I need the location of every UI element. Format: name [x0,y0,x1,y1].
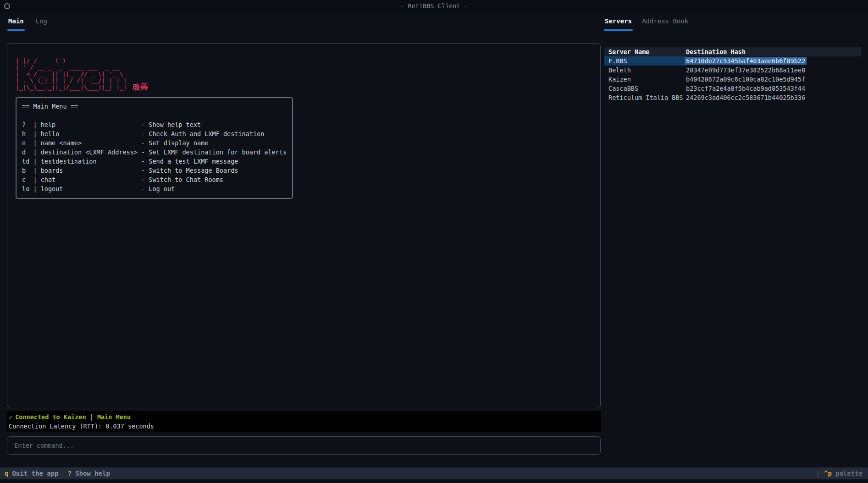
tab-address-book[interactable]: Address Book [641,12,689,33]
latency-text: Connection Latency (RTT): 0.037 seconds [9,422,599,431]
window-title: - RetiBBS Client - [0,2,868,10]
command-input[interactable] [7,436,601,455]
quit-key: q [5,470,8,477]
menu-item-description: Send a test LXMF message [149,157,238,166]
footer-shortcuts: q Quit the app ? Show help [5,470,110,477]
main-output-panel: _ __ _ | |/ / (_) | ' / __ _ _ ____ ___ … [7,43,601,408]
menu-item-key: lo [22,184,29,193]
menu-separator: | [33,138,37,148]
menu-separator: | [33,157,37,166]
menu-dash: - [141,120,145,129]
menu-item-description: Switch to Chat Rooms [149,175,223,184]
footer-bar: q Quit the app ? Show help | ^p palette [0,467,868,479]
server-name: CascaBBS [608,85,638,92]
main-tabs: Main Log [7,12,600,33]
menu-dash: - [141,129,145,138]
menu-item-key: n [22,138,29,148]
servers-panel: Server Name Destination Hash F.BBS 64710… [604,43,861,467]
menu-separator: | [33,120,37,129]
main-menu-title: == Main Menu == [22,102,287,111]
servers-table-header: Server Name Destination Hash [604,47,861,56]
menu-dash: - [141,166,145,175]
server-hash: 24269c3ad406cc2c583671b44025b336 [686,94,805,101]
menu-item-key: h [22,129,29,138]
menu-item-testdestination: td | testdestination - Send a test LXMF … [22,157,287,166]
server-tabs: Servers Address Book [604,12,861,33]
column-header-server-name: Server Name [604,47,686,56]
palette-key: ^p [824,470,832,477]
server-name: Beleth [608,66,631,74]
menu-item-command: logout [41,184,141,193]
connection-status-text: Connected to Kaizen | Main Menu [15,413,131,421]
menu-dash: - [141,148,145,157]
server-row-cascabbs[interactable]: CascaBBS b23ccf7a2e4a8f5b4cab9ad853543f4… [604,84,861,93]
check-icon: ✓ [9,413,12,421]
status-bar: ✓Connected to Kaizen | Main Menu Connect… [7,411,601,432]
server-hash: 64710de27c5345baf403aee6b6f89b22 [685,57,807,65]
server-hash: b23ccf7a2e4a8f5b4cab9ad853543f44 [686,85,805,92]
content-area: _ __ _ | |/ / (_) | ' / __ _ _ ____ ___ … [0,33,868,467]
main-menu-box: == Main Menu == ? | help - Show help tex… [16,97,293,199]
footer-palette-shortcut[interactable]: ^p palette [824,470,862,477]
footer-quit-shortcut[interactable]: q Quit the app [5,470,59,477]
kaizen-ascii-art: _ __ _ | |/ / (_) | ' / __ _ _ ____ ___ … [16,51,127,91]
server-name: F.BBS [608,57,627,65]
menu-item-help: ? | help - Show help text [22,120,287,129]
menu-item-command: boards [41,166,141,175]
palette-label: palette [835,470,862,477]
menu-item-command: chat [41,175,141,184]
menu-separator: | [33,184,37,193]
help-key: ? [68,470,72,477]
menu-dash: - [141,138,145,148]
menu-item-chat: c | chat - Switch to Chat Rooms [22,175,287,184]
connection-status-line: ✓Connected to Kaizen | Main Menu [9,412,599,422]
menu-item-description: Log out [149,184,175,193]
kaizen-kanji: 改善 [133,83,148,91]
server-name: Kaizen [608,76,631,83]
server-row-beleth[interactable]: Beleth 20347e09d773ef37e382522b68a11ee8 [604,66,861,75]
menu-item-description: Set display name [149,138,208,148]
tab-bar: Main Log Servers Address Book [0,12,868,33]
server-row-reticulum-italia[interactable]: Reticulum Italia BBS 24269c3ad406cc2c583… [604,93,861,102]
bottom-strip [0,479,868,483]
menu-item-description: Set LXMF destination for board alerts [149,148,287,157]
tab-log[interactable]: Log [35,12,48,33]
menu-item-command: help [41,120,141,129]
menu-item-key: ? [22,120,29,129]
menu-separator: | [33,166,37,175]
menu-item-description: Show help text [149,120,201,129]
menu-item-description: Check Auth and LXMF destination [149,129,264,138]
menu-separator: | [33,148,37,157]
menu-dash: - [141,175,145,184]
server-row-kaizen[interactable]: Kaizen b40428672a09c6c100ca82c10e5d945f [604,75,861,84]
window-titlebar: - RetiBBS Client - [0,0,868,12]
menu-item-key: td [22,157,29,166]
menu-item-command: name <name> [41,138,141,148]
server-hash: b40428672a09c6c100ca82c10e5d945f [686,76,805,83]
server-row-fbbs[interactable]: F.BBS 64710de27c5345baf403aee6b6f89b22 [604,56,861,66]
menu-item-key: b [22,166,29,175]
menu-item-logout: lo | logout - Log out [22,184,287,193]
quit-label: Quit the app [12,470,58,477]
footer-help-shortcut[interactable]: ? Show help [68,470,110,477]
kaizen-logo: _ __ _ | |/ / (_) | ' / __ _ _ ____ ___ … [16,51,592,91]
menu-separator: | [33,175,37,184]
menu-separator: | [33,129,37,138]
tab-main[interactable]: Main [7,12,25,33]
menu-item-hello: h | hello - Check Auth and LXMF destinat… [22,129,287,138]
main-column: _ __ _ | |/ / (_) | ' / __ _ _ ____ ___ … [7,43,601,467]
column-header-destination-hash: Destination Hash [686,47,861,56]
menu-item-command: testdestination [41,157,141,166]
menu-item-destination: d | destination <LXMF Address> - Set LXM… [22,148,287,157]
tab-servers[interactable]: Servers [604,12,633,33]
help-label: Show help [75,470,110,477]
server-name: Reticulum Italia BBS [608,94,683,101]
menu-dash: - [141,184,145,193]
menu-item-key: d [22,148,29,157]
server-hash: 20347e09d773ef37e382522b68a11ee8 [686,66,805,74]
menu-dash: - [141,157,145,166]
footer-palette-area: | ^p palette [817,470,862,477]
menu-item-description: Switch to Message Boards [149,166,238,175]
menu-item-command: hello [41,129,141,138]
menu-item-key: c [22,175,29,184]
